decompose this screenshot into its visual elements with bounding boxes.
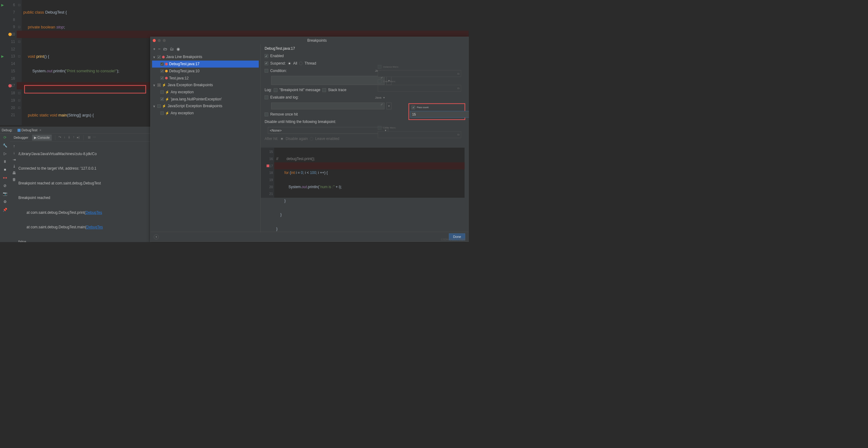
line-number-gutter[interactable]: ▶6 7 8 9 10 11 12 ▶13 14 15 16 17 18 19 …	[0, 0, 17, 125]
run-to-cursor-icon[interactable]: ▸|	[77, 135, 80, 140]
log-hit-checkbox[interactable]	[274, 88, 278, 92]
rerun-button[interactable]: ⟳	[2, 135, 7, 140]
close-icon[interactable]: ×	[39, 128, 41, 132]
console-tab[interactable]: ▶ Console	[32, 135, 52, 140]
expand-icon[interactable]: ⤢	[380, 103, 383, 106]
debugger-tab[interactable]: Debugger	[12, 135, 30, 140]
checkbox[interactable]	[160, 91, 164, 94]
stacktrace-link[interactable]: DebugTes	[86, 211, 102, 215]
fold-icon[interactable]: −	[18, 41, 20, 43]
checkbox[interactable]	[160, 76, 164, 80]
help-button[interactable]: ?	[154, 234, 159, 239]
force-step-icon[interactable]: ⇓	[68, 135, 70, 140]
condition-checkbox[interactable]	[265, 69, 268, 73]
checkbox[interactable]	[160, 111, 164, 115]
suspend-thread-radio[interactable]	[299, 62, 303, 65]
console-line: false	[18, 238, 150, 242]
run-icon[interactable]: ▶	[1, 3, 4, 7]
stack-trace-checkbox[interactable]	[322, 88, 326, 92]
tree-item[interactable]: Test.java:12	[152, 74, 259, 82]
group-by-type-icon[interactable]: ◉	[177, 47, 180, 51]
group-by-class-icon[interactable]: 🗂	[170, 47, 174, 51]
up-icon[interactable]: ↑	[13, 144, 15, 149]
stop-button[interactable]: ■	[2, 167, 7, 172]
line-number: 17	[269, 164, 273, 168]
breakpoint-icon[interactable]	[8, 33, 12, 36]
remove-breakpoint-button[interactable]: −	[158, 47, 160, 51]
console-area: Debugger ▶ Console ↷ ↓ ⇓ ↑ ▸| ⊞ ⋯ ↑ ↓ ⇥ …	[10, 133, 150, 242]
evaluate-input[interactable]: ⤢	[271, 103, 384, 109]
pause-button[interactable]: ⏸	[2, 159, 7, 164]
suspend-checkbox[interactable]	[265, 62, 268, 65]
chevron-down-icon[interactable]: ∨	[153, 104, 156, 108]
pass-count-checkbox[interactable]	[411, 106, 415, 109]
soft-wrap-icon[interactable]: ⇥	[13, 158, 16, 162]
remove-once-checkbox[interactable]	[265, 113, 268, 117]
tree-item[interactable]: DebugTest.java:10	[152, 68, 259, 75]
down-icon[interactable]: ↓	[13, 151, 15, 155]
enabled-checkbox[interactable]	[265, 54, 268, 58]
fold-icon[interactable]: −	[18, 55, 20, 57]
fold-icon[interactable]: −	[18, 99, 20, 101]
language-indicator[interactable]: Java	[375, 96, 381, 99]
tree-item[interactable]: ⚡Any exception	[152, 89, 259, 96]
evaluate-checkbox[interactable]	[265, 95, 268, 99]
step-into-icon[interactable]: ↓	[64, 135, 65, 140]
checkbox[interactable]	[157, 55, 161, 59]
stacktrace-link[interactable]: DebugTes	[86, 225, 103, 229]
view-breakpoints-button[interactable]: ●●	[2, 175, 7, 180]
step-over-icon[interactable]: ↷	[58, 135, 61, 140]
condition-input[interactable]: ⤢	[271, 76, 384, 85]
tree-item[interactable]: DebugTest.java:17	[152, 61, 259, 68]
fold-icon[interactable]: −	[18, 92, 20, 94]
tree-group[interactable]: ∨Java Line Breakpoints	[152, 54, 259, 61]
modify-run-button[interactable]: 🔧	[2, 143, 7, 148]
fold-icon[interactable]: −	[18, 4, 20, 6]
history-dropdown[interactable]: ▾	[386, 103, 391, 109]
print-icon[interactable]: 🖶	[12, 171, 16, 175]
chevron-down-icon[interactable]: ∨	[153, 83, 156, 87]
camera-button[interactable]: 📷	[2, 191, 7, 196]
scroll-end-icon[interactable]: ⤓	[13, 164, 16, 168]
checkbox[interactable]	[160, 97, 164, 101]
checkbox[interactable]	[160, 62, 164, 66]
tree-item[interactable]: ⚡'java.lang.NullPointerException'	[152, 95, 259, 103]
mute-breakpoints-button[interactable]: ⊘	[2, 183, 7, 188]
settings-button[interactable]: ⚙	[2, 199, 7, 204]
chevron-down-icon[interactable]: ▾	[383, 96, 384, 99]
fold-icon[interactable]: −	[18, 107, 20, 109]
evaluate-icon[interactable]: ⊞	[88, 135, 91, 140]
line-number: 18	[11, 91, 15, 95]
run-icon[interactable]: ▶	[1, 54, 4, 58]
debug-config-tab[interactable]: DebugTest ×	[16, 128, 43, 133]
checkbox[interactable]: −	[157, 84, 161, 87]
checkbox[interactable]	[160, 69, 164, 73]
console-icon: ▶	[34, 136, 37, 139]
detail-title: DebugTest.java:17	[265, 47, 465, 51]
group-by-file-icon[interactable]: 🗁	[163, 47, 167, 51]
clear-icon[interactable]: 🗑	[12, 178, 16, 182]
pass-count-input[interactable]	[410, 111, 469, 118]
tree-item[interactable]: ⚡Any exception	[152, 110, 259, 117]
fold-icon[interactable]: −	[18, 26, 20, 28]
maximize-window-icon[interactable]	[163, 39, 166, 42]
breakpoint-icon[interactable]	[267, 164, 269, 167]
close-window-icon[interactable]	[153, 39, 156, 42]
suspend-all-radio[interactable]	[288, 62, 291, 65]
pin-button[interactable]: 📌	[2, 207, 7, 212]
step-out-icon[interactable]: ↑	[73, 135, 74, 140]
tree-group[interactable]: ∨−⚡Java Exception Breakpoints	[152, 82, 259, 89]
fold-gutter[interactable]: − − − − − − −	[17, 0, 22, 125]
chevron-down-icon[interactable]: ∨	[153, 55, 156, 59]
tree-group[interactable]: ∨⚡JavaScript Exception Breakpoints	[152, 103, 259, 110]
code-preview[interactable]: 15 16 17 18 19 20 21 // debugTest.print(…	[261, 148, 465, 198]
breakpoint-icon[interactable]	[8, 84, 12, 88]
add-breakpoint-button[interactable]: +	[153, 47, 155, 51]
console-output[interactable]: /Library/Java/JavaVirtualMachines/zulu-8…	[18, 142, 150, 242]
resume-button[interactable]: ▷	[2, 151, 7, 156]
dialog-titlebar[interactable]: Breakpoints	[151, 37, 469, 44]
minimize-window-icon[interactable]	[158, 39, 161, 42]
more-icon[interactable]: ⋯	[93, 135, 96, 140]
disable-until-dropdown[interactable]: <None>▾	[268, 127, 388, 134]
checkbox[interactable]	[157, 104, 161, 108]
